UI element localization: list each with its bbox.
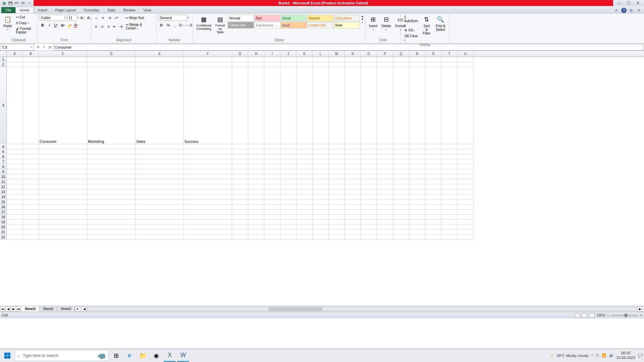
cell[interactable] — [361, 215, 377, 220]
column-header[interactable]: O — [361, 51, 377, 57]
sheet-tab[interactable]: Sheet3 — [57, 306, 75, 311]
cell[interactable] — [39, 189, 87, 194]
cell[interactable] — [393, 174, 409, 179]
cell[interactable] — [297, 209, 313, 215]
cell[interactable] — [393, 225, 409, 230]
row-header[interactable]: 16 — [0, 204, 7, 209]
cell[interactable] — [136, 199, 184, 204]
cell[interactable] — [345, 199, 361, 204]
cell[interactable] — [297, 164, 313, 169]
file-explorer-icon[interactable]: 📁 — [137, 350, 149, 362]
chevron-down-icon[interactable]: ▾ — [77, 16, 79, 19]
copy-button[interactable]: ⎘ Copy ▾ — [15, 20, 35, 25]
currency-button[interactable]: $▾ — [159, 22, 165, 28]
cell[interactable] — [7, 235, 23, 240]
increase-font-icon[interactable]: A↑ — [79, 15, 86, 21]
cell[interactable] — [280, 149, 297, 154]
cell[interactable] — [39, 199, 87, 204]
cell[interactable] — [297, 225, 313, 230]
row-header[interactable]: 7 — [0, 159, 7, 164]
cell[interactable] — [345, 230, 361, 235]
cell[interactable] — [184, 154, 232, 159]
cell[interactable] — [313, 235, 329, 240]
cell[interactable] — [232, 215, 248, 220]
column-header[interactable]: S — [425, 51, 441, 57]
cell[interactable] — [393, 235, 409, 240]
cell[interactable] — [232, 169, 248, 174]
cell[interactable] — [313, 67, 329, 144]
cell[interactable] — [280, 154, 297, 159]
cell[interactable] — [39, 154, 87, 159]
cell[interactable] — [361, 184, 377, 189]
cell[interactable] — [248, 194, 264, 199]
tab-file[interactable]: File — [1, 7, 15, 13]
fill-button[interactable]: ▼ Fill ▾ — [403, 28, 419, 33]
cell[interactable] — [136, 62, 184, 67]
cell[interactable] — [425, 149, 441, 154]
cell[interactable] — [329, 215, 345, 220]
cell[interactable] — [184, 230, 232, 235]
cell[interactable] — [361, 235, 377, 240]
cell[interactable] — [39, 194, 87, 199]
cell[interactable] — [23, 235, 39, 240]
cell[interactable] — [458, 67, 474, 144]
cell[interactable] — [248, 174, 264, 179]
cell[interactable] — [184, 184, 232, 189]
cell[interactable] — [313, 174, 329, 179]
cell[interactable] — [23, 189, 39, 194]
cell[interactable] — [313, 179, 329, 184]
column-header[interactable]: N — [345, 51, 361, 57]
cell[interactable] — [297, 204, 313, 209]
column-header[interactable]: H — [248, 51, 264, 57]
cell[interactable] — [23, 149, 39, 154]
cell[interactable] — [87, 169, 136, 174]
style-bad[interactable]: Bad — [254, 15, 280, 21]
edge-icon[interactable]: e — [123, 350, 136, 362]
task-view-icon[interactable]: ⊞ — [110, 350, 122, 362]
cell[interactable] — [264, 235, 280, 240]
normal-view-icon[interactable] — [575, 313, 580, 318]
cell[interactable] — [393, 144, 409, 149]
cell[interactable] — [184, 225, 232, 230]
row-header[interactable]: 13 — [0, 189, 7, 194]
cell[interactable] — [425, 184, 441, 189]
cell[interactable] — [87, 57, 136, 62]
cell[interactable] — [409, 225, 425, 230]
cell[interactable] — [441, 159, 458, 164]
style-calculation[interactable]: Calculation — [334, 15, 360, 21]
cell[interactable] — [313, 215, 329, 220]
cell[interactable] — [297, 144, 313, 149]
cell[interactable] — [280, 159, 297, 164]
cell[interactable] — [329, 174, 345, 179]
cell[interactable] — [329, 62, 345, 67]
column-header[interactable]: A — [7, 51, 23, 57]
zoom-in-icon[interactable]: + — [640, 313, 642, 317]
cell[interactable] — [232, 164, 248, 169]
row-header[interactable]: 9 — [0, 169, 7, 174]
cell[interactable] — [184, 204, 232, 209]
cell[interactable] — [441, 154, 458, 159]
cell[interactable] — [297, 149, 313, 154]
cell[interactable] — [184, 215, 232, 220]
cell[interactable] — [23, 164, 39, 169]
cell[interactable] — [7, 164, 23, 169]
style-input[interactable]: Input — [281, 22, 307, 28]
cell[interactable] — [232, 199, 248, 204]
cell[interactable] — [329, 154, 345, 159]
cell[interactable] — [7, 174, 23, 179]
tab-review[interactable]: Review — [119, 7, 139, 13]
sheet-tab[interactable]: Sheet2 — [40, 306, 57, 311]
column-header[interactable]: P — [377, 51, 393, 57]
column-header[interactable]: T — [441, 51, 458, 57]
column-header[interactable]: Q — [393, 51, 409, 57]
cell[interactable] — [232, 144, 248, 149]
horizontal-scrollbar[interactable]: ◀ ▶ — [80, 307, 644, 311]
page-break-view-icon[interactable] — [589, 313, 595, 318]
cell[interactable] — [184, 159, 232, 164]
clock[interactable]: 00:32 23-09-2023 — [616, 351, 635, 360]
cell[interactable] — [264, 209, 280, 215]
cell[interactable] — [345, 194, 361, 199]
cell[interactable] — [87, 215, 136, 220]
cell[interactable] — [280, 220, 297, 225]
cell[interactable] — [441, 225, 458, 230]
